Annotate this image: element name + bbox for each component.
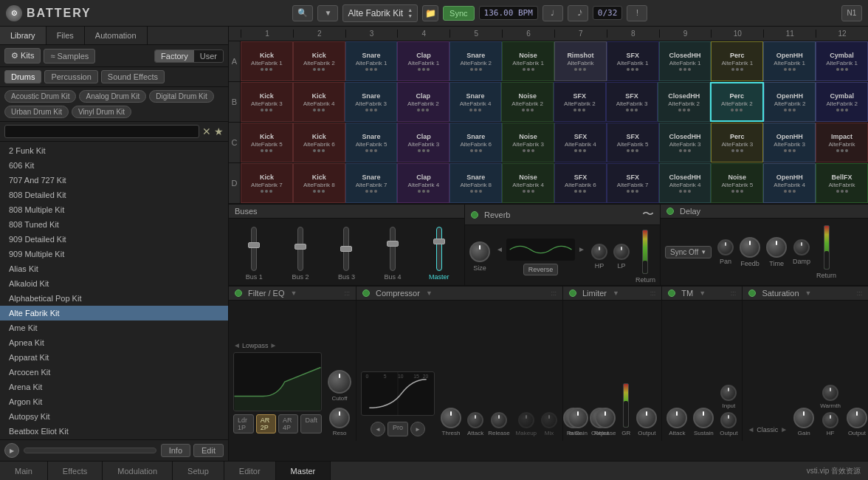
nav-tab-setup[interactable]: Setup bbox=[173, 462, 224, 480]
list-item[interactable]: Beatbox Eliot Kit bbox=[0, 424, 228, 439]
nav-tab-editor[interactable]: Editor bbox=[224, 462, 276, 480]
star-icon[interactable]: ★ bbox=[214, 126, 224, 137]
list-item[interactable]: 707 And 727 Kit bbox=[0, 173, 228, 188]
list-item[interactable]: 909 Detailed Kit bbox=[0, 232, 228, 247]
comp-makeup-knob[interactable] bbox=[518, 412, 534, 428]
filter-dropdown-arrow[interactable]: ▼ bbox=[291, 289, 297, 297]
cell-d2[interactable]: KickAlteFabrik 8 bbox=[293, 163, 345, 203]
nav-tab-main[interactable]: Main bbox=[0, 462, 48, 480]
nav-tab-effects[interactable]: Effects bbox=[48, 462, 103, 480]
cell-d7[interactable]: SFXAlteFabrik 6 bbox=[554, 163, 607, 203]
cell-b7[interactable]: SFXAlteFabrik 2 bbox=[554, 82, 606, 122]
dropdown-button[interactable]: ▼ bbox=[317, 5, 338, 21]
list-item[interactable]: Arena Kit bbox=[0, 380, 228, 394]
progress-bar[interactable] bbox=[24, 448, 156, 453]
favorites-star[interactable]: ✕ bbox=[202, 126, 211, 137]
cell-c8[interactable]: SFXAlteFabrik 5 bbox=[607, 123, 659, 162]
search-button[interactable]: 🔍 bbox=[292, 5, 313, 21]
cell-a2[interactable]: KickAlteFabrik 2 bbox=[293, 41, 345, 81]
preset-up-arrow[interactable]: ▲ bbox=[407, 7, 413, 13]
cell-c2[interactable]: KickAlteFabrik 6 bbox=[293, 123, 345, 162]
list-item[interactable]: Apnea Kit bbox=[0, 335, 228, 350]
settings-button[interactable]: N1 bbox=[841, 5, 862, 21]
list-item[interactable]: 606 Kit bbox=[0, 158, 228, 173]
list-item[interactable]: 909 Multiple Kit bbox=[0, 247, 228, 261]
info-button[interactable]: Info bbox=[161, 444, 190, 457]
compressor-power-dot[interactable] bbox=[362, 289, 370, 297]
edit-button[interactable]: Edit bbox=[193, 444, 224, 457]
limiter-power-dot[interactable] bbox=[569, 289, 576, 297]
list-item[interactable]: Autopsy Kit bbox=[0, 409, 228, 424]
cell-d1[interactable]: KickAlteFabrik 7 bbox=[241, 163, 293, 203]
cell-d10[interactable]: NoiseAlteFabrik 5 bbox=[711, 163, 763, 203]
master-fader-track[interactable] bbox=[436, 227, 442, 271]
tab-library[interactable]: Library bbox=[0, 27, 46, 44]
drum-type-digital[interactable]: Digital Drum Kit bbox=[149, 90, 213, 103]
cell-a6[interactable]: NoiseAlteFabrik 1 bbox=[502, 41, 554, 81]
filter-mode-daft[interactable]: Daft bbox=[300, 414, 322, 433]
sat-hf-knob[interactable] bbox=[822, 412, 838, 428]
delay-pan-knob[interactable] bbox=[717, 239, 734, 256]
cell-b11[interactable]: OpenHHAlteFabrik 2 bbox=[764, 82, 816, 122]
compressor-dropdown[interactable]: ▼ bbox=[426, 289, 433, 297]
samples-button[interactable]: ≈ Samples bbox=[44, 49, 95, 64]
delay-damp-knob[interactable] bbox=[793, 239, 810, 256]
list-item[interactable]: Argon Kit bbox=[0, 394, 228, 409]
reverb-lp-knob[interactable] bbox=[613, 244, 630, 260]
reverb-power[interactable] bbox=[471, 211, 478, 219]
filter-cutoff-knob[interactable] bbox=[328, 370, 351, 394]
reverb-reverse-button[interactable]: Reverse bbox=[523, 264, 559, 275]
cell-a4[interactable]: ClapAlteFabrik 1 bbox=[397, 41, 450, 81]
limiter-ingain-knob[interactable] bbox=[568, 408, 588, 428]
limiter-release-knob[interactable] bbox=[595, 408, 616, 428]
list-item[interactable]: 808 Tuned Kit bbox=[0, 217, 228, 232]
compressor-left-toggle[interactable]: ◄ bbox=[371, 422, 385, 436]
cell-a9[interactable]: ClosedHHAlteFabrik 1 bbox=[659, 41, 712, 81]
cell-c11[interactable]: OpenHHAlteFabrik 3 bbox=[763, 123, 816, 162]
list-item[interactable]: 2 Funk Kit bbox=[0, 143, 228, 158]
comp-release-knob[interactable] bbox=[491, 412, 507, 428]
category-percussion[interactable]: Percussion bbox=[44, 70, 97, 83]
preset-selector[interactable]: Alte Fabrik Kit ▲ ▼ bbox=[342, 4, 418, 22]
cell-b1[interactable]: KickAlteFabrik 3 bbox=[241, 82, 293, 122]
cell-b2[interactable]: KickAlteFabrik 4 bbox=[293, 82, 345, 122]
factory-button[interactable]: Factory bbox=[155, 50, 194, 62]
cell-a10[interactable]: PercAlteFabrik 1 bbox=[711, 41, 763, 81]
comp-attack-knob[interactable] bbox=[467, 412, 483, 428]
bus3-fader-track[interactable] bbox=[343, 227, 349, 271]
list-item[interactable]: 808 Multiple Kit bbox=[0, 202, 228, 217]
drum-type-analog[interactable]: Analog Drum Kit bbox=[79, 90, 146, 103]
drum-type-acoustic[interactable]: Acoustic Drum Kit bbox=[4, 90, 76, 103]
sync-button[interactable]: Sync bbox=[443, 6, 474, 21]
filter-mode-ar4p[interactable]: AR 4P bbox=[278, 414, 298, 433]
limiter-dropdown[interactable]: ▼ bbox=[613, 289, 619, 297]
cell-b8[interactable]: SFXAlteFabrik 3 bbox=[606, 82, 658, 122]
reverb-size-knob[interactable] bbox=[469, 241, 490, 262]
user-button[interactable]: User bbox=[194, 50, 223, 62]
tm-attack-knob[interactable] bbox=[666, 408, 687, 428]
cell-a11[interactable]: OpenHHAlteFabrik 1 bbox=[763, 41, 816, 81]
folder-button[interactable]: 📁 bbox=[422, 5, 438, 21]
kits-button[interactable]: ⚙ Kits bbox=[4, 48, 41, 64]
tm-dropdown[interactable]: ▼ bbox=[699, 289, 706, 297]
cell-b12[interactable]: CymbalAlteFabrik 2 bbox=[816, 82, 868, 122]
reverb-left-arrow[interactable]: ◄ bbox=[496, 245, 503, 253]
filter-power-dot[interactable] bbox=[235, 289, 242, 297]
tm-sustain-knob[interactable] bbox=[693, 408, 714, 428]
cell-d6[interactable]: NoiseAlteFabrik 4 bbox=[502, 163, 554, 203]
cell-b6[interactable]: NoiseAlteFabrik 2 bbox=[501, 82, 554, 122]
list-item[interactable]: Apparat Kit bbox=[0, 350, 228, 365]
cell-b9[interactable]: ClosedHHAlteFabrik 2 bbox=[658, 82, 710, 122]
cell-c6[interactable]: NoiseAlteFabrik 3 bbox=[502, 123, 554, 162]
cell-d3[interactable]: SnareAlteFabrik 7 bbox=[345, 163, 398, 203]
preset-down-arrow[interactable]: ▼ bbox=[407, 13, 413, 18]
sat-right-arrow[interactable]: ► bbox=[780, 425, 788, 433]
sat-left-arrow[interactable]: ◄ bbox=[747, 425, 754, 433]
cell-a3[interactable]: SnareAlteFabrik 1 bbox=[345, 41, 398, 81]
nav-tab-modulation[interactable]: Modulation bbox=[103, 462, 173, 480]
bpm-display[interactable]: 136.00 BPM bbox=[479, 6, 538, 20]
drum-type-urban[interactable]: Urban Drum Kit bbox=[4, 106, 69, 118]
tm-power-dot[interactable] bbox=[668, 289, 675, 297]
list-item[interactable]: Arcocen Kit bbox=[0, 365, 228, 380]
cell-c12[interactable]: ImpactAlteFabrik bbox=[816, 123, 868, 162]
